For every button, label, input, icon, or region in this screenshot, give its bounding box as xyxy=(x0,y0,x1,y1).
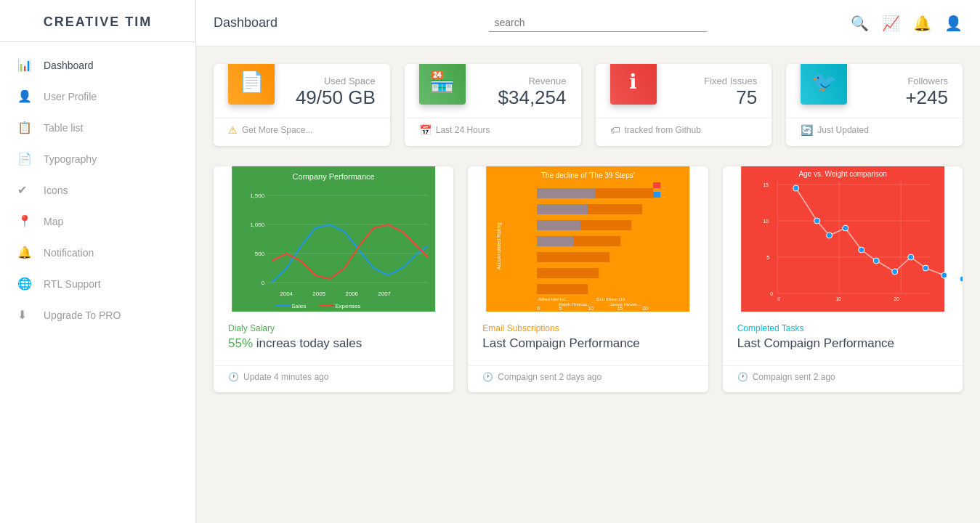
upgrade-icon: ⬇ xyxy=(17,308,38,322)
svg-text:1,500: 1,500 xyxy=(250,192,265,199)
svg-rect-42 xyxy=(653,192,660,198)
notification-icon-button[interactable]: 🔔 xyxy=(913,15,931,32)
svg-point-63 xyxy=(826,232,832,238)
svg-point-67 xyxy=(891,269,897,275)
stat-label-revenue: Revenue xyxy=(477,76,567,86)
stat-label-fixed-issues: Fixed Issues xyxy=(668,76,758,86)
chart-visual-email-subscriptions: The decline of 'The 39 Steps' Accum ulat… xyxy=(468,166,708,312)
svg-rect-0 xyxy=(232,166,435,312)
sidebar-item-icons[interactable]: ✔Icons xyxy=(0,174,195,206)
chart-visual-daily-salary: Company Performance 1,500 1,000 500 0 20… xyxy=(214,166,453,312)
sidebar-label-icons: Icons xyxy=(44,185,68,196)
stat-label-followers: Followers xyxy=(859,76,948,86)
sidebar-label-table-list: Table list xyxy=(44,122,83,134)
clock-icon-daily-salary: 🕐 xyxy=(228,372,239,382)
svg-text:0: 0 xyxy=(262,280,265,286)
stat-card-bottom-used-space: ⚠ Get More Space... xyxy=(214,118,390,146)
stat-label-used-space: Used Space xyxy=(286,76,376,86)
svg-point-71 xyxy=(960,276,963,282)
svg-point-66 xyxy=(873,258,879,264)
svg-rect-26 xyxy=(537,284,588,294)
svg-text:The decline of 'The 39 Steps': The decline of 'The 39 Steps' xyxy=(541,171,635,179)
dashboard-icon: 📊 xyxy=(17,58,38,72)
dashboard-content: 📄 Used Space 49/50 GB ⚠ Get More Space..… xyxy=(196,46,980,410)
topbar-icons: 🔍 📈 🔔 👤 xyxy=(851,15,963,32)
svg-rect-30 xyxy=(537,236,573,246)
sidebar-item-rtl-support[interactable]: 🌐RTL Support xyxy=(0,268,195,299)
sidebar-label-notification: Notification xyxy=(44,247,94,259)
topbar: Dashboard 🔍 📈 🔔 👤 xyxy=(196,0,980,46)
sidebar-label-typography: Typography xyxy=(44,153,97,165)
user-icon-button[interactable]: 👤 xyxy=(944,15,963,32)
stat-text-followers: Followers +245 xyxy=(847,76,948,109)
svg-text:10: 10 xyxy=(835,296,841,301)
svg-text:Company Performance: Company Performance xyxy=(293,172,375,181)
sidebar-label-upgrade: Upgrade To PRO xyxy=(44,309,121,321)
stat-card-top-used-space: 📄 Used Space 49/50 GB xyxy=(214,64,390,118)
svg-point-70 xyxy=(941,272,947,278)
chart-visual-completed-tasks: Age vs. Weight comparison 0 10 20 0 5 10… xyxy=(723,166,963,312)
svg-rect-41 xyxy=(653,182,660,188)
svg-text:0: 0 xyxy=(777,296,780,301)
chart-pct-daily-salary: 55% xyxy=(228,336,253,350)
svg-text:2006: 2006 xyxy=(345,291,358,297)
stat-icon-followers: 🐦 xyxy=(801,64,847,105)
stat-card-bottom-fixed-issues: 🏷 tracked from Github xyxy=(596,118,772,146)
chart-category-completed-tasks: Completed Tasks xyxy=(737,323,948,333)
stat-text-used-space: Used Space 49/50 GB xyxy=(275,76,376,109)
brand: CREATIVE TIM xyxy=(0,0,195,42)
sidebar-item-user-profile[interactable]: 👤User Profile xyxy=(0,81,195,112)
chart-title-email-subscriptions: Last Compaign Performance xyxy=(482,336,693,351)
search-icon-button[interactable]: 🔍 xyxy=(851,15,869,32)
svg-rect-45 xyxy=(741,166,944,312)
svg-rect-24 xyxy=(537,252,610,262)
stat-icon-revenue: 🏪 xyxy=(419,64,466,105)
page-title: Dashboard xyxy=(214,15,344,31)
svg-text:Don Sharp (19...: Don Sharp (19... xyxy=(596,297,628,301)
svg-text:Ralph Thomas...: Ralph Thomas... xyxy=(559,302,591,307)
sidebar-item-dashboard[interactable]: 📊Dashboard xyxy=(0,49,195,81)
svg-text:Alfred Hitchco...: Alfred Hitchco... xyxy=(538,297,570,301)
sidebar-nav: 📊Dashboard👤User Profile📋Table list📄Typog… xyxy=(0,42,195,338)
stat-card-top-followers: 🐦 Followers +245 xyxy=(786,64,963,118)
svg-text:20: 20 xyxy=(894,296,899,301)
svg-text:15: 15 xyxy=(617,306,623,311)
stat-icon-fixed-issues: ℹ xyxy=(610,64,657,105)
svg-text:2007: 2007 xyxy=(378,291,391,297)
stat-icon-used-space: 📄 xyxy=(228,64,275,105)
chart-body-completed-tasks: Completed Tasks Last Compaign Performanc… xyxy=(723,312,963,365)
user-profile-icon: 👤 xyxy=(17,89,38,103)
clock-icon-completed-tasks: 🕐 xyxy=(737,372,748,382)
stat-text-fixed-issues: Fixed Issues 75 xyxy=(657,76,758,109)
stat-bottom-text-used-space: Get More Space... xyxy=(242,125,312,135)
chart-icon-button[interactable]: 📈 xyxy=(882,15,900,32)
chart-body-email-subscriptions: Email Subscriptions Last Compaign Perfor… xyxy=(468,312,708,365)
sidebar-item-table-list[interactable]: 📋Table list xyxy=(0,112,195,143)
map-icon: 📍 xyxy=(17,214,38,228)
icons-icon: ✔ xyxy=(17,183,38,197)
chart-footer-daily-salary: 🕐 Update 4 minutes ago xyxy=(214,365,453,392)
svg-text:0: 0 xyxy=(537,306,540,311)
svg-text:2004: 2004 xyxy=(280,291,293,297)
sidebar-label-dashboard: Dashboard xyxy=(44,60,94,71)
stat-text-revenue: Revenue $34,254 xyxy=(466,76,567,109)
sidebar-item-map[interactable]: 📍Map xyxy=(0,206,195,237)
chart-card-daily-salary: Company Performance 1,500 1,000 500 0 20… xyxy=(214,166,453,392)
stat-card-followers: 🐦 Followers +245 🔄 Just Updated xyxy=(786,64,963,146)
svg-text:0: 0 xyxy=(770,291,773,296)
stat-bottom-text-revenue: Last 24 Hours xyxy=(436,125,490,135)
search-input[interactable] xyxy=(489,14,707,32)
stat-bottom-icon-used-space: ⚠ xyxy=(228,124,238,136)
stat-card-top-revenue: 🏪 Revenue $34,254 xyxy=(405,64,581,118)
sidebar-item-upgrade[interactable]: ⬇Upgrade To PRO xyxy=(0,299,195,331)
stat-bottom-text-followers: Just Updated xyxy=(817,125,869,135)
svg-point-69 xyxy=(923,265,928,271)
chart-category-daily-salary: Dialy Salary xyxy=(228,323,439,333)
sidebar-item-notification[interactable]: 🔔Notification xyxy=(0,237,195,268)
svg-text:Age vs. Weight comparison: Age vs. Weight comparison xyxy=(798,170,887,178)
chart-card-email-subscriptions: The decline of 'The 39 Steps' Accum ulat… xyxy=(468,166,708,392)
clock-icon-email-subscriptions: 🕐 xyxy=(482,372,493,382)
sidebar-item-typography[interactable]: 📄Typography xyxy=(0,143,195,174)
svg-text:..: .. xyxy=(663,184,665,189)
svg-text:5: 5 xyxy=(559,306,562,311)
